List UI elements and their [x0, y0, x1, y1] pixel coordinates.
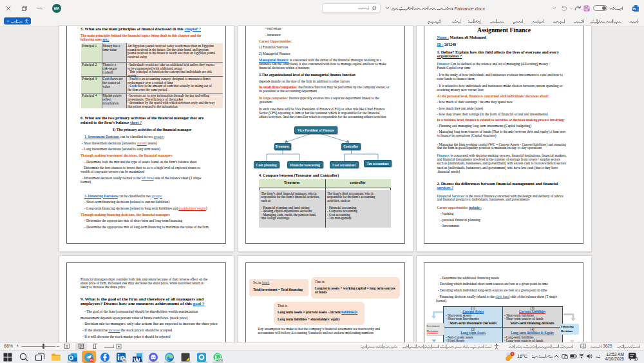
svg-text:26: 26 [90, 358, 93, 361]
svg-text:1: 1 [511, 353, 513, 356]
svg-text:3: 3 [635, 357, 637, 360]
svg-text:25: 25 [219, 358, 222, 361]
svg-text:16: 16 [122, 358, 126, 361]
